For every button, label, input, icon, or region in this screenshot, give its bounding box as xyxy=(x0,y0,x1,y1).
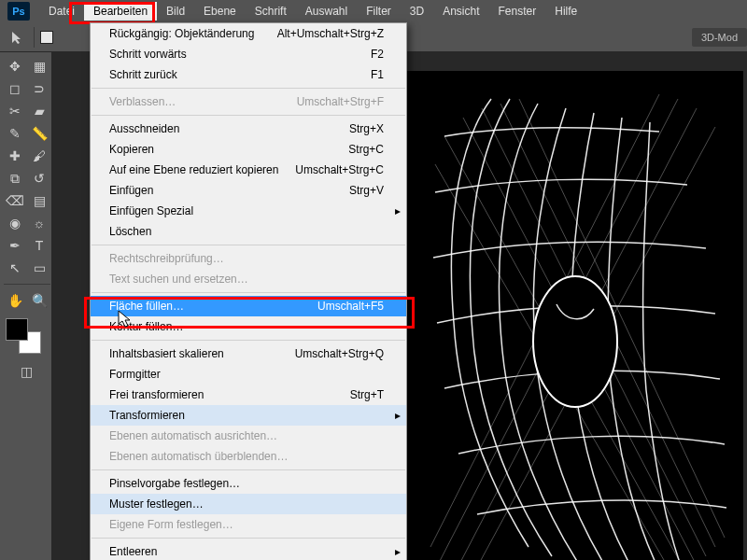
menu-ebene[interactable]: Ebene xyxy=(194,2,246,21)
app-logo: Ps xyxy=(7,2,30,21)
menu-item-label: Pinselvorgabe festlegen… xyxy=(109,476,240,491)
menu-item-label: Eigene Form festlegen… xyxy=(109,517,233,532)
menu-item-label: Rückgängig: Objektänderung xyxy=(109,26,254,41)
eraser-tool[interactable]: ⌫ xyxy=(4,190,26,211)
stamp-tool[interactable]: ⧉ xyxy=(4,168,26,189)
shape-tool[interactable]: ▭ xyxy=(28,258,50,278)
menu-item-transformieren[interactable]: Transformieren▸ xyxy=(91,405,406,426)
menu-filter[interactable]: Filter xyxy=(357,2,401,21)
lasso-tool[interactable]: ⊃ xyxy=(28,78,50,99)
menu-item-ebenen-automatisch-ausrichten: Ebenen automatisch ausrichten… xyxy=(91,426,406,446)
menu-item-formgitter[interactable]: Formgitter xyxy=(91,364,406,385)
menu-item-kontur-füllen[interactable]: Kontur füllen… xyxy=(91,316,406,337)
menu-item-pinselvorgabe-festlegen[interactable]: Pinselvorgabe festlegen… xyxy=(91,473,406,494)
eyedropper-tool[interactable]: ✎ xyxy=(4,123,26,144)
menu-datei[interactable]: Datei xyxy=(39,2,84,21)
menu-item-label: Löschen xyxy=(109,224,151,239)
menu-item-shortcut: Umschalt+Strg+Q xyxy=(295,346,384,361)
ruler-tool[interactable]: 📏 xyxy=(28,123,50,144)
menu-item-label: Transformieren xyxy=(109,408,185,423)
menu-separator xyxy=(92,340,405,341)
menu-item-rechtschreibprüfung: Rechtschreibprüfung… xyxy=(91,248,406,269)
menu-auswahl[interactable]: Auswahl xyxy=(296,2,357,21)
menu-item-label: Ausschneiden xyxy=(109,121,179,136)
slice-tool[interactable]: ▰ xyxy=(28,101,50,121)
menu-item-shortcut: Strg+X xyxy=(349,121,384,136)
artboard-tool[interactable]: ▦ xyxy=(28,56,50,77)
svg-point-10 xyxy=(533,276,617,407)
workspace-label[interactable]: 3D-Mod xyxy=(692,28,747,47)
menu-item-schritt-vorwärts[interactable]: Schritt vorwärtsF2 xyxy=(91,44,406,64)
move-tool-indicator xyxy=(7,28,28,47)
menu-item-label: Verblassen… xyxy=(109,94,176,109)
menu-item-shortcut: Umschalt+Strg+C xyxy=(295,162,384,177)
menu-bild[interactable]: Bild xyxy=(157,2,194,21)
blur-tool[interactable]: ◉ xyxy=(4,213,26,233)
menu-fenster[interactable]: Fenster xyxy=(489,2,546,21)
quick-mask-toggle[interactable]: ◫ xyxy=(4,361,49,382)
pen-tool[interactable]: ✒ xyxy=(4,235,26,256)
heal-tool[interactable]: ✚ xyxy=(4,146,26,166)
marquee-tool[interactable]: ◻ xyxy=(4,78,26,99)
menu-item-muster-festlegen[interactable]: Muster festlegen… xyxy=(91,494,406,514)
menu-item-label: Text suchen und ersetzen… xyxy=(109,272,248,287)
menu-item-fläche-füllen[interactable]: Fläche füllen…Umschalt+F5 xyxy=(91,296,406,316)
submenu-arrow-icon: ▸ xyxy=(395,408,401,423)
menu-3d[interactable]: 3D xyxy=(401,2,433,21)
type-tool[interactable]: T xyxy=(28,235,50,256)
menu-item-einfügen[interactable]: EinfügenStrg+V xyxy=(91,180,406,201)
dodge-tool[interactable]: ☼ xyxy=(28,213,50,233)
menu-separator xyxy=(92,115,405,116)
hand-tool[interactable]: ✋ xyxy=(4,290,26,311)
menu-item-label: Entleeren xyxy=(109,544,157,559)
menu-item-schritt-zurück[interactable]: Schritt zurückF1 xyxy=(91,64,406,85)
gradient-tool[interactable]: ▤ xyxy=(28,190,50,211)
menu-item-inhaltsbasiert-skalieren[interactable]: Inhaltsbasiert skalierenUmschalt+Strg+Q xyxy=(91,343,406,364)
menu-item-shortcut: Alt+Umschalt+Strg+Z xyxy=(277,26,384,41)
menu-item-ausschneiden[interactable]: AusschneidenStrg+X xyxy=(91,119,406,139)
menu-item-label: Inhaltsbasiert skalieren xyxy=(109,346,224,361)
menu-item-verblassen: Verblassen…Umschalt+Strg+F xyxy=(91,91,406,112)
history-brush-tool[interactable]: ↺ xyxy=(28,168,50,189)
menu-item-shortcut: Strg+V xyxy=(349,183,384,198)
color-swatches[interactable] xyxy=(6,318,41,354)
menu-item-text-suchen-und-ersetzen: Text suchen und ersetzen… xyxy=(91,269,406,289)
edit-menu-dropdown: Rückgängig: ObjektänderungAlt+Umschalt+S… xyxy=(90,22,407,560)
menu-item-label: Auf eine Ebene reduziert kopieren xyxy=(109,162,278,177)
menu-item-rückgängig-objektänderung[interactable]: Rückgängig: ObjektänderungAlt+Umschalt+S… xyxy=(91,23,406,44)
menu-item-shortcut: Umschalt+Strg+F xyxy=(297,94,384,109)
submenu-arrow-icon: ▸ xyxy=(395,544,401,559)
menu-item-label: Kopieren xyxy=(109,142,154,157)
menu-item-frei-transformieren[interactable]: Frei transformierenStrg+T xyxy=(91,385,406,405)
menu-separator xyxy=(92,469,405,470)
menu-ansicht[interactable]: Ansicht xyxy=(433,2,488,21)
menu-bearbeiten[interactable]: Bearbeiten xyxy=(84,2,157,21)
menu-separator xyxy=(92,538,405,539)
menu-item-shortcut: Strg+T xyxy=(350,387,384,402)
menu-item-eigene-form-festlegen: Eigene Form festlegen… xyxy=(91,514,406,535)
menu-item-einfügen-spezial[interactable]: Einfügen Spezial▸ xyxy=(91,201,406,221)
menu-item-label: Einfügen Spezial xyxy=(109,203,193,218)
menu-item-shortcut: Strg+C xyxy=(348,142,384,157)
menu-item-label: Fläche füllen… xyxy=(109,299,184,314)
zoom-tool[interactable]: 🔍 xyxy=(28,290,50,311)
menu-item-entleeren[interactable]: Entleeren▸ xyxy=(91,541,406,560)
menu-item-label: Schritt zurück xyxy=(109,67,177,82)
menu-item-ebenen-automatisch-überblenden: Ebenen automatisch überblenden… xyxy=(91,446,406,467)
menu-item-auf-eine-ebene-reduziert-kopieren[interactable]: Auf eine Ebene reduziert kopierenUmschal… xyxy=(91,160,406,180)
menu-item-löschen[interactable]: Löschen xyxy=(91,221,406,242)
move-tool[interactable]: ✥ xyxy=(4,56,26,77)
menu-hilfe[interactable]: Hilfe xyxy=(545,2,586,21)
menu-item-label: Muster festlegen… xyxy=(109,497,204,511)
crop-tool[interactable]: ✂ xyxy=(4,101,26,121)
foreground-swatch[interactable] xyxy=(6,318,28,341)
menu-schrift[interactable]: Schrift xyxy=(246,2,296,21)
path-select-tool[interactable]: ↖ xyxy=(4,258,26,278)
brush-tool[interactable]: 🖌 xyxy=(28,146,50,166)
submenu-arrow-icon: ▸ xyxy=(395,203,401,218)
menu-item-label: Rechtschreibprüfung… xyxy=(109,251,224,266)
menu-item-shortcut: Umschalt+F5 xyxy=(317,299,384,314)
menu-item-kopieren[interactable]: KopierenStrg+C xyxy=(91,139,406,160)
menu-item-shortcut: F2 xyxy=(371,47,384,62)
auto-select-checkbox[interactable] xyxy=(40,31,53,44)
